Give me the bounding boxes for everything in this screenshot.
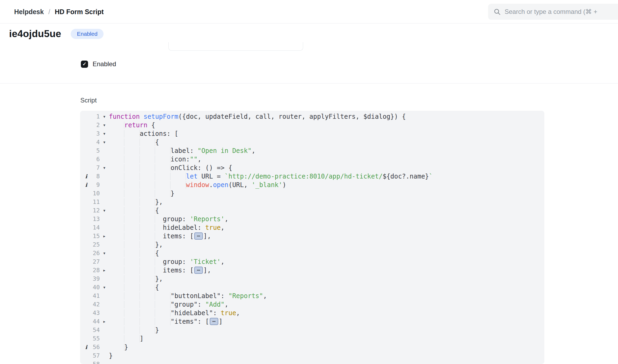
fold-open-icon[interactable]: ▾ — [100, 283, 109, 292]
fold-spacer — [100, 275, 109, 283]
line-number: 4 — [90, 138, 100, 147]
code-line[interactable]: 41 "buttonLabel": "Reports", — [80, 292, 544, 300]
fold-spacer — [100, 215, 109, 223]
fold-open-icon[interactable]: ▾ — [100, 121, 109, 129]
code-line[interactable]: i8 let URL = `http://demo-practice:8010/… — [80, 172, 544, 181]
gutter-spacer — [82, 317, 90, 326]
fold-closed-icon[interactable]: ▸ — [100, 232, 109, 240]
code-token: } — [109, 352, 113, 359]
code-token: ] — [219, 318, 223, 325]
fold-spacer — [100, 300, 109, 309]
indent-guide — [109, 284, 155, 291]
code-token: , — [197, 156, 201, 163]
code-line[interactable]: 44▸ "items": [⋯] — [80, 317, 544, 326]
fold-open-icon[interactable]: ▾ — [100, 164, 109, 172]
code-token: true — [205, 224, 221, 231]
fold-spacer — [100, 189, 109, 198]
fold-open-icon[interactable]: ▾ — [100, 249, 109, 258]
code-line[interactable]: 27 group: 'Ticket', — [80, 258, 544, 266]
fold-open-icon[interactable]: ▾ — [100, 138, 109, 147]
fold-closed-icon[interactable]: ▸ — [100, 317, 109, 326]
code-token: ` — [429, 173, 433, 180]
code-line[interactable]: 2▾ return { — [80, 121, 544, 129]
code-line[interactable]: 7▾ onClick: () => { — [80, 164, 544, 172]
code-line[interactable]: 43 "hideLabel": true, — [80, 309, 544, 317]
fold-spacer — [100, 343, 109, 351]
indent-guide — [109, 147, 171, 155]
code-line[interactable]: 15▸ items: [⋯], — [80, 232, 544, 240]
fold-open-icon[interactable]: ▾ — [100, 112, 109, 121]
code-line[interactable]: 10 } — [80, 189, 544, 198]
code-token: , — [236, 309, 240, 317]
code-line[interactable]: 57} — [80, 351, 544, 360]
fold-spacer — [100, 334, 109, 343]
fold-open-icon[interactable]: ▾ — [100, 129, 109, 138]
gutter-spacer — [82, 121, 90, 129]
code-token: { — [155, 139, 159, 146]
code-line[interactable]: 3▾ actions: [ — [80, 129, 544, 138]
fold-spacer — [100, 181, 109, 189]
fold-widget[interactable]: ⋯ — [210, 318, 218, 325]
section-divider — [0, 83, 618, 84]
fold-widget[interactable]: ⋯ — [194, 267, 203, 274]
code-token: , — [225, 215, 228, 223]
code-line[interactable]: 5 label: "Open in Desk", — [80, 147, 544, 155]
line-number: 54 — [90, 326, 100, 334]
code-line[interactable]: 28▸ items: [⋯], — [80, 266, 544, 275]
code-token: let — [186, 173, 197, 180]
line-number: 14 — [90, 223, 100, 232]
indent-guide — [109, 326, 155, 334]
fold-open-icon[interactable]: ▾ — [100, 206, 109, 215]
code-token: items: [ — [163, 232, 194, 240]
fold-spacer — [100, 351, 109, 360]
indent-guide — [109, 250, 155, 257]
enabled-checkbox-row[interactable]: ✓ Enabled — [81, 60, 116, 68]
code-line[interactable]: 26▾ { — [80, 249, 544, 258]
code-line[interactable]: 11 }, — [80, 198, 544, 206]
search-box[interactable] — [488, 4, 618, 20]
line-number: 1 — [90, 112, 100, 121]
gutter-spacer — [82, 283, 90, 292]
code-line[interactable]: 40▾ { — [80, 283, 544, 292]
enabled-checkbox[interactable]: ✓ — [81, 61, 88, 68]
code-token: `http://demo-practice:8010/app/hd-ticket… — [225, 173, 383, 180]
fold-spacer — [100, 172, 109, 181]
fold-closed-icon[interactable]: ▸ — [100, 266, 109, 275]
code-line[interactable]: 6 icon:"", — [80, 155, 544, 164]
indent-guide — [109, 224, 163, 231]
code-token: ], — [203, 232, 211, 240]
code-line[interactable]: 58 — [80, 360, 544, 364]
code-line[interactable]: 4▾ { — [80, 138, 544, 147]
code-token: { — [155, 207, 159, 214]
code-line[interactable]: 25 }, — [80, 240, 544, 249]
search-input[interactable] — [505, 8, 618, 15]
code-line[interactable]: 13 group: 'Reports', — [80, 215, 544, 223]
code-line[interactable]: 14 hideLabel: true, — [80, 223, 544, 232]
code-content: icon:"", — [109, 155, 544, 164]
code-content: items: [⋯], — [109, 232, 544, 240]
fold-widget[interactable]: ⋯ — [194, 232, 203, 240]
indent-guide — [109, 156, 171, 163]
code-token: }, — [155, 241, 163, 248]
code-line[interactable]: i9 window.open(URL, '_blank') — [80, 181, 544, 189]
code-line[interactable]: i56 } — [80, 343, 544, 351]
code-line[interactable]: 42 "group": "Add", — [80, 300, 544, 309]
line-number: 40 — [90, 283, 100, 292]
code-line[interactable]: 1▾function setupForm({doc, updateField, … — [80, 112, 544, 121]
code-line[interactable]: 55 ] — [80, 334, 544, 343]
gutter-spacer — [82, 198, 90, 206]
line-number: 42 — [90, 300, 100, 309]
code-line[interactable]: 54 } — [80, 326, 544, 334]
indent-guide — [109, 215, 163, 223]
code-token: "group": — [171, 301, 205, 308]
indent-guide — [109, 309, 171, 317]
breadcrumb-helpdesk[interactable]: Helpdesk — [14, 8, 44, 16]
line-number: 25 — [90, 240, 100, 249]
code-line[interactable]: 39 }, — [80, 275, 544, 283]
code-editor[interactable]: 1▾function setupForm({doc, updateField, … — [80, 111, 544, 364]
code-line[interactable]: 12▾ { — [80, 206, 544, 215]
code-token: true — [221, 309, 236, 317]
code-content: "buttonLabel": "Reports", — [109, 292, 544, 300]
gutter-spacer — [82, 215, 90, 223]
code-token: "items": [ — [171, 318, 209, 325]
